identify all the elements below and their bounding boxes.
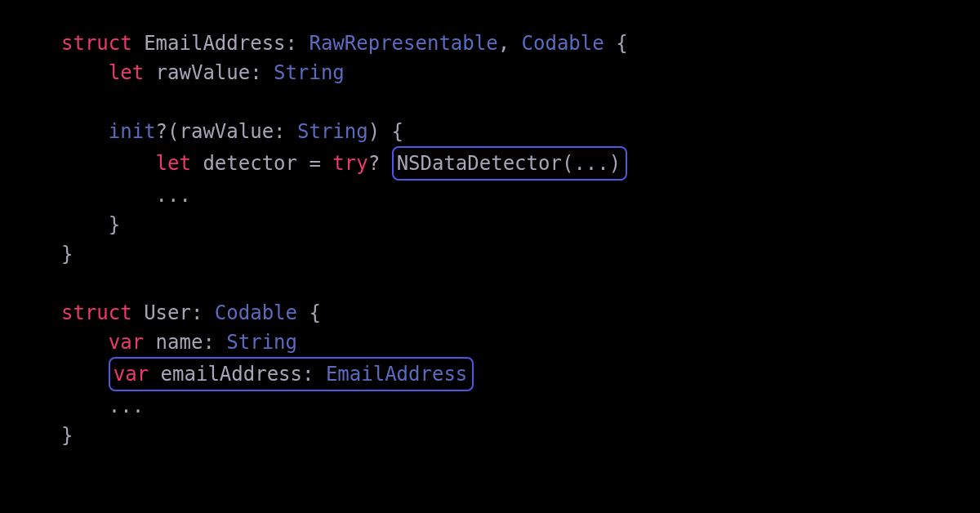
type-name: User bbox=[144, 301, 191, 324]
call-name: NSDataDetector bbox=[397, 152, 562, 175]
keyword-let: let bbox=[156, 152, 191, 175]
protocol: Codable bbox=[215, 301, 297, 324]
equals: = bbox=[309, 152, 320, 175]
type: String bbox=[274, 61, 345, 84]
line-1: struct EmailAddress: RawRepresentable, C… bbox=[61, 32, 628, 55]
type: String bbox=[297, 120, 368, 143]
line-11: var name: String bbox=[61, 331, 297, 354]
question-mark: ? bbox=[156, 120, 167, 143]
identifier: name bbox=[156, 331, 203, 354]
type: EmailAddress bbox=[326, 363, 467, 386]
close-paren: ) bbox=[609, 152, 621, 175]
line-6: ... bbox=[61, 184, 191, 207]
colon: : bbox=[250, 61, 261, 84]
keyword-init: init bbox=[109, 120, 156, 143]
keyword-var: var bbox=[114, 363, 149, 386]
open-brace: { bbox=[392, 120, 403, 143]
open-brace: { bbox=[616, 32, 627, 55]
ellipsis: ... bbox=[156, 184, 191, 207]
line-7: } bbox=[61, 213, 120, 236]
highlight-nsdatadetector: NSDataDetector(...) bbox=[392, 146, 628, 181]
highlight-emailaddress-prop: var emailAddress: EmailAddress bbox=[109, 357, 474, 391]
protocol: Codable bbox=[522, 32, 604, 55]
colon: : bbox=[302, 363, 314, 386]
param-name: rawValue bbox=[180, 120, 274, 143]
close-paren: ) bbox=[368, 120, 380, 143]
line-13: ... bbox=[61, 395, 144, 417]
identifier: emailAddress bbox=[161, 363, 302, 386]
line-2: let rawValue: String bbox=[61, 61, 345, 84]
keyword-struct: struct bbox=[61, 301, 132, 324]
comma: , bbox=[498, 32, 510, 55]
open-paren: ( bbox=[562, 152, 573, 175]
line-10: struct User: Codable { bbox=[61, 301, 321, 324]
type: String bbox=[226, 331, 297, 354]
colon: : bbox=[203, 331, 214, 354]
open-brace: { bbox=[309, 301, 320, 324]
ellipsis: ... bbox=[109, 395, 144, 417]
colon: : bbox=[191, 301, 203, 324]
type-name: EmailAddress bbox=[144, 32, 285, 55]
colon: : bbox=[274, 120, 285, 143]
line-5: let detector = try? NSDataDetector(...) bbox=[61, 152, 627, 175]
question-mark: ? bbox=[368, 152, 380, 175]
identifier: rawValue bbox=[156, 61, 251, 84]
line-4: init?(rawValue: String) { bbox=[61, 120, 403, 143]
line-14: } bbox=[61, 424, 73, 447]
ellipsis: ... bbox=[573, 152, 608, 175]
code-snippet: struct EmailAddress: RawRepresentable, C… bbox=[61, 29, 919, 450]
protocol: RawRepresentable bbox=[309, 32, 497, 55]
keyword-var: var bbox=[109, 331, 144, 354]
keyword-try: try bbox=[332, 152, 368, 175]
line-12: var emailAddress: EmailAddress bbox=[61, 363, 474, 386]
open-paren: ( bbox=[167, 120, 179, 143]
line-8: } bbox=[61, 243, 73, 265]
keyword-struct: struct bbox=[61, 32, 132, 55]
close-brace: } bbox=[109, 213, 120, 236]
close-brace: } bbox=[61, 424, 73, 447]
colon: : bbox=[286, 32, 297, 55]
identifier: detector bbox=[203, 152, 297, 175]
keyword-let: let bbox=[109, 61, 144, 84]
close-brace: } bbox=[61, 243, 73, 265]
